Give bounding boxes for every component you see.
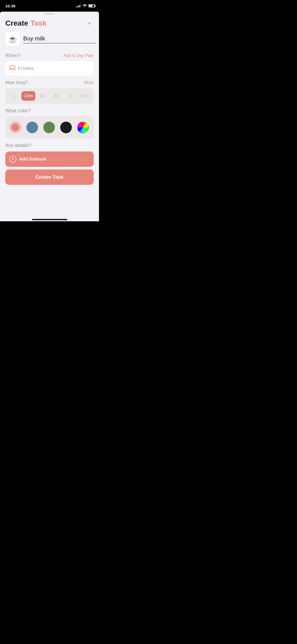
color-option-pink[interactable]	[10, 122, 21, 133]
sheet-header: Create Task ×	[5, 14, 94, 32]
color-option-blue[interactable]	[26, 122, 38, 133]
page-title: Create Task	[5, 19, 47, 27]
home-indicator-area	[0, 217, 99, 221]
duration-1h[interactable]: 1h	[64, 91, 78, 101]
task-input-row: ☕	[5, 32, 94, 47]
close-button[interactable]: ×	[85, 19, 94, 27]
sheet-handle	[45, 13, 54, 14]
add-subtask-button[interactable]: + Add Subtask	[5, 151, 94, 167]
task-type-icon: ☕	[8, 35, 17, 44]
details-label: Any details?	[5, 143, 94, 148]
add-subtask-label: Add Subtask	[19, 157, 46, 162]
header-title-accent: Task	[30, 19, 47, 27]
when-section: When? Add to Day Plan In Inbox	[5, 53, 94, 76]
color-card	[5, 116, 94, 139]
create-task-label: Create Task	[35, 174, 63, 180]
how-long-section: How long? More 1 15m 30 45 1h 1.5h	[5, 80, 94, 104]
duration-15m[interactable]: 15m	[21, 91, 35, 101]
sheet-content: Create Task × ☕ When? Add to Day Plan	[0, 14, 99, 217]
when-card[interactable]: In Inbox	[5, 61, 94, 76]
color-section-header: What color?	[5, 108, 94, 114]
signal-bars-icon	[76, 4, 81, 7]
color-option-green[interactable]	[43, 122, 55, 133]
status-bar: 10:39	[0, 0, 99, 12]
duration-1-5h[interactable]: 1.5h	[78, 91, 92, 101]
inbox-label: In Inbox	[18, 66, 34, 71]
color-option-rainbow[interactable]	[77, 122, 89, 133]
sheet-handle-area	[0, 12, 99, 14]
add-to-day-plan-button[interactable]: Add to Day Plan	[63, 53, 94, 58]
duration-45[interactable]: 45	[50, 91, 64, 101]
add-subtask-plus-icon: +	[10, 156, 16, 163]
how-long-label: How long?	[5, 80, 28, 85]
status-time: 10:39	[5, 4, 15, 8]
color-label: What color?	[5, 108, 31, 114]
status-icons	[76, 4, 95, 8]
color-section: What color?	[5, 108, 94, 139]
task-name-input[interactable]	[23, 35, 96, 43]
header-title-part1: Create	[5, 19, 30, 27]
duration-1[interactable]: 1	[7, 91, 21, 101]
when-label: When?	[5, 53, 20, 58]
inbox-icon	[10, 65, 15, 71]
task-icon-container: ☕	[5, 32, 20, 47]
duration-card: 1 15m 30 45 1h 1.5h	[5, 88, 94, 104]
phone-frame: 10:39	[0, 0, 99, 221]
how-long-section-header: How long? More	[5, 80, 94, 85]
when-section-header: When? Add to Day Plan	[5, 53, 94, 58]
details-section: Any details? + Add Subtask Create Task	[5, 143, 94, 189]
battery-icon	[88, 4, 95, 7]
color-option-black[interactable]	[60, 122, 72, 133]
close-icon: ×	[88, 20, 91, 26]
home-indicator	[32, 219, 67, 220]
duration-30[interactable]: 30	[35, 91, 49, 101]
more-button[interactable]: More	[84, 80, 94, 85]
create-task-button[interactable]: Create Task	[5, 169, 94, 185]
wifi-icon	[83, 4, 87, 8]
